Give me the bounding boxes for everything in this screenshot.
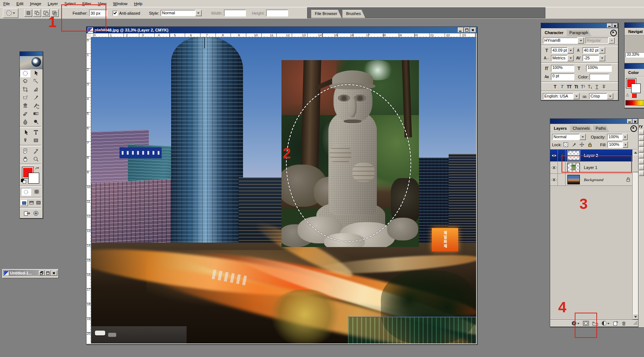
pasted-statue-photo[interactable] [281, 60, 419, 247]
vertical-ruler[interactable]: 01234567891011121314151617181920 [87, 37, 91, 343]
gradient-tool[interactable] [30, 110, 41, 118]
add-to-selection-button[interactable] [33, 9, 41, 17]
minimize-button[interactable] [607, 23, 612, 28]
eyedropper-tool[interactable] [30, 147, 41, 155]
type-style-button[interactable]: T [559, 84, 566, 89]
pen-tool[interactable] [20, 136, 30, 144]
background-color-swatch[interactable] [632, 84, 640, 93]
minimize-button[interactable] [458, 27, 464, 33]
layer-name[interactable]: Background [582, 177, 626, 182]
navigator-preview[interactable] [625, 36, 644, 52]
type-style-button[interactable]: T₁ [586, 84, 593, 89]
type-style-button[interactable]: T [552, 84, 559, 89]
elliptical-marquee-tool[interactable] [20, 69, 30, 77]
type-tool[interactable] [30, 128, 41, 136]
history-brush-tool[interactable] [30, 102, 41, 110]
type-style-button[interactable]: TT [566, 84, 573, 89]
jump-arrow-icon[interactable] [23, 210, 32, 217]
slice-tool[interactable] [30, 85, 41, 93]
palette-tab[interactable]: Paragraph [567, 30, 591, 36]
eraser-tool[interactable] [20, 110, 30, 118]
layer-visibility-toggle[interactable] [550, 150, 558, 161]
imageready-icon[interactable] [33, 210, 39, 217]
standard-screen-mode-button[interactable] [21, 200, 28, 206]
tracking-dropdown[interactable]: -25 [582, 55, 605, 61]
docked-palette-icon[interactable] [639, 165, 644, 170]
chevron-down-icon[interactable] [579, 134, 586, 140]
opacity-field[interactable]: 100% [607, 134, 628, 140]
fill-field[interactable]: 100% [607, 141, 628, 148]
menu-item[interactable]: Image [27, 1, 45, 7]
layers-scrollbar[interactable] [632, 150, 638, 320]
palette-title-bar[interactable] [541, 23, 618, 28]
magic-wand-tool[interactable] [30, 77, 41, 85]
chevron-down-icon[interactable] [599, 55, 605, 61]
docked-palette-icon[interactable] [639, 153, 644, 158]
baseline-shift-field[interactable]: 0 pt [551, 73, 574, 80]
scroll-down-icon[interactable] [633, 314, 639, 320]
type-style-button[interactable]: Tt [573, 84, 579, 89]
blur-tool[interactable] [20, 118, 30, 126]
chevron-down-icon[interactable] [599, 47, 605, 54]
path-selection-tool[interactable] [20, 128, 30, 136]
lock-all-icon[interactable] [587, 142, 593, 147]
type-color-swatch[interactable] [589, 74, 609, 80]
maximize-button[interactable] [45, 270, 51, 276]
standard-mode-button[interactable] [21, 188, 31, 196]
anti-alias-dropdown[interactable]: Crisp [589, 93, 613, 99]
move-tool[interactable] [30, 69, 41, 77]
new-adjustment-layer-icon[interactable] [601, 321, 610, 326]
layer-edit-indicator[interactable] [558, 174, 566, 185]
menu-item[interactable]: Layer [44, 1, 61, 7]
menu-item[interactable]: File [0, 1, 13, 7]
healing-brush-tool[interactable] [20, 93, 30, 102]
leading-dropdown[interactable]: 40.82 pt [582, 47, 605, 54]
new-selection-button[interactable] [24, 9, 32, 17]
chevron-down-icon[interactable] [573, 93, 579, 99]
chevron-down-icon[interactable] [567, 55, 574, 61]
close-button[interactable] [51, 270, 57, 276]
chevron-right-icon[interactable] [623, 141, 628, 148]
toolbox-title-bar[interactable] [20, 52, 43, 56]
docked-palette-icon[interactable] [639, 159, 644, 164]
maximize-button[interactable] [464, 27, 470, 33]
vertical-scale-field[interactable]: 100% [551, 65, 574, 72]
new-layer-icon[interactable] [613, 321, 618, 326]
lasso-tool[interactable] [20, 77, 30, 85]
zoom-percentage-field[interactable]: 33.33% [625, 52, 644, 58]
gamut-color-swatch[interactable] [632, 93, 637, 98]
zoom-tool[interactable] [30, 155, 41, 163]
swap-colors-icon[interactable] [34, 166, 40, 172]
brush-tool[interactable] [30, 93, 41, 102]
type-style-button[interactable]: T [600, 84, 607, 89]
minimize-button[interactable] [627, 119, 632, 124]
chevron-down-icon[interactable] [578, 37, 584, 44]
delete-layer-icon[interactable] [621, 321, 626, 326]
palette-tab[interactable]: Color [626, 70, 642, 76]
background-color-swatch[interactable] [29, 173, 39, 183]
palette-tab[interactable]: Layers [551, 125, 570, 132]
palette-well-tab[interactable]: File Browser [311, 10, 342, 18]
horizontal-scale-field[interactable]: 100% [586, 65, 612, 72]
menu-item[interactable]: Edit [13, 1, 27, 7]
hand-tool[interactable] [20, 155, 30, 163]
close-button[interactable] [470, 27, 476, 33]
crop-tool[interactable] [20, 85, 30, 93]
fullscreen-mode-button[interactable] [35, 200, 42, 205]
close-button[interactable] [633, 119, 638, 124]
shape-tool[interactable] [30, 136, 41, 144]
style-dropdown[interactable]: Normal [161, 10, 202, 16]
palette-menu-icon[interactable] [610, 30, 617, 36]
notes-tool[interactable] [20, 147, 30, 155]
chevron-down-icon[interactable] [567, 47, 574, 54]
document-title-bar[interactable]: pla04048.jpg @ 33,3% (Layer 2, CMYK) [87, 27, 477, 33]
layer-row[interactable]: Background [550, 174, 633, 186]
type-style-button[interactable]: T [593, 84, 600, 89]
restore-button[interactable] [39, 270, 45, 276]
layer-visibility-toggle[interactable] [550, 162, 558, 173]
chevron-right-icon[interactable] [622, 134, 628, 140]
canvas[interactable]: 제일화재 2 [91, 37, 476, 343]
font-size-dropdown[interactable]: 43.09 pt [551, 47, 574, 54]
language-dropdown[interactable]: English: USA [543, 93, 579, 99]
palette-well-tab[interactable]: Brushes [342, 10, 365, 18]
